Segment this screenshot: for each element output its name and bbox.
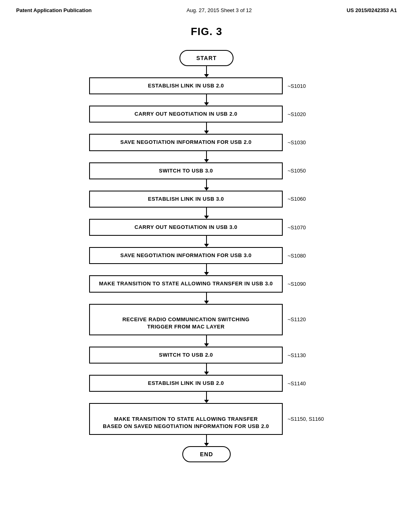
step-box-s1150: MAKE TRANSITION TO STATE ALLOWING TRANSF…: [89, 403, 283, 435]
step-label-s1030: ~S1030: [288, 139, 324, 145]
arrow-9: [204, 335, 209, 347]
figure-title: FIG. 3: [0, 25, 413, 38]
arrow-11: [204, 392, 209, 403]
arrow-6: [204, 236, 209, 247]
start-oval-row: START: [16, 50, 397, 66]
arrow-7: [204, 264, 209, 275]
step-box-s1130: SWITCH TO USB 2.0: [89, 347, 283, 364]
step-box-s1080: SAVE NEGOTIATION INFORMATION FOR USB 3.0: [89, 247, 283, 264]
step-row-s1150: MAKE TRANSITION TO STATE ALLOWING TRANSF…: [16, 403, 397, 435]
step-label-s1050: ~S1050: [288, 168, 324, 174]
arrow-head: [204, 74, 209, 77]
step-label-s1020: ~S1020: [288, 111, 324, 117]
arrow-4: [204, 179, 209, 191]
step-label-s1070: ~S1070: [288, 224, 324, 231]
header-date-sheet: Aug. 27, 2015 Sheet 3 of 12: [186, 7, 252, 13]
step-box-s1090: MAKE TRANSITION TO STATE ALLOWING TRANSF…: [89, 275, 283, 292]
step-row-s1080: SAVE NEGOTIATION INFORMATION FOR USB 3.0…: [16, 247, 397, 264]
step-label-s1130: ~S1130: [288, 352, 324, 358]
step-row-s1070: CARRY OUT NEGOTIATION IN USB 3.0 ~S1070: [16, 219, 397, 236]
start-oval: START: [179, 50, 234, 66]
step-row-s1140: ESTABLISH LINK IN USB 2.0 ~S1140: [16, 375, 397, 392]
step-row-s1120: RECEIVE RADIO COMMUNICATION SWITCHING TR…: [16, 304, 397, 336]
step-row-s1060: ESTABLISH LINK IN USB 3.0 ~S1060: [16, 191, 397, 208]
step-row-s1010: ESTABLISH LINK IN USB 2.0 ~S1010: [16, 77, 397, 94]
end-oval: END: [182, 446, 231, 462]
step-label-s1120: ~S1120: [288, 316, 324, 322]
step-box-s1060: ESTABLISH LINK IN USB 3.0: [89, 191, 283, 208]
step-box-s1050: SWITCH TO USB 3.0: [89, 162, 283, 179]
step-row-s1020: CARRY OUT NEGOTIATION IN USB 2.0 ~S1020: [16, 106, 397, 123]
arrow-8: [204, 293, 209, 304]
step-box-s1070: CARRY OUT NEGOTIATION IN USB 3.0: [89, 219, 283, 236]
step-box-s1120: RECEIVE RADIO COMMUNICATION SWITCHING TR…: [89, 304, 283, 336]
header-patent-number: US 2015/0242353 A1: [346, 7, 397, 13]
arrow-line: [206, 66, 207, 74]
arrow-10: [204, 364, 209, 375]
header-publication-label: Patent Application Publication: [16, 7, 92, 13]
step-box-s1010: ESTABLISH LINK IN USB 2.0: [89, 77, 283, 94]
step-label-s1090: ~S1090: [288, 281, 324, 287]
arrow-3: [204, 151, 209, 162]
step-box-s1020: CARRY OUT NEGOTIATION IN USB 2.0: [89, 106, 283, 123]
step-box-s1030: SAVE NEGOTIATION INFORMATION FOR USB 2.0: [89, 134, 283, 151]
arrow-5: [204, 208, 209, 219]
step-row-s1130: SWITCH TO USB 2.0 ~S1130: [16, 347, 397, 364]
page-header: Patent Application Publication Aug. 27, …: [0, 0, 413, 17]
end-oval-row: END: [16, 446, 397, 462]
step-label-s1080: ~S1080: [288, 253, 324, 259]
arrow-2: [204, 123, 209, 134]
arrow-12: [204, 435, 209, 446]
step-label-s1010: ~S1010: [288, 83, 324, 89]
flowchart: START ESTABLISH LINK IN USB 2.0 ~S1010 C…: [0, 50, 413, 462]
step-row-s1090: MAKE TRANSITION TO STATE ALLOWING TRANSF…: [16, 275, 397, 292]
step-row-s1050: SWITCH TO USB 3.0 ~S1050: [16, 162, 397, 179]
arrow-1: [204, 94, 209, 106]
step-label-s1060: ~S1060: [288, 196, 324, 202]
step-box-s1140: ESTABLISH LINK IN USB 2.0: [89, 375, 283, 392]
step-row-s1030: SAVE NEGOTIATION INFORMATION FOR USB 2.0…: [16, 134, 397, 151]
step-label-s1140: ~S1140: [288, 380, 324, 387]
arrow-0: [204, 66, 209, 77]
step-label-s1150: ~S1150, S1160: [288, 416, 324, 422]
